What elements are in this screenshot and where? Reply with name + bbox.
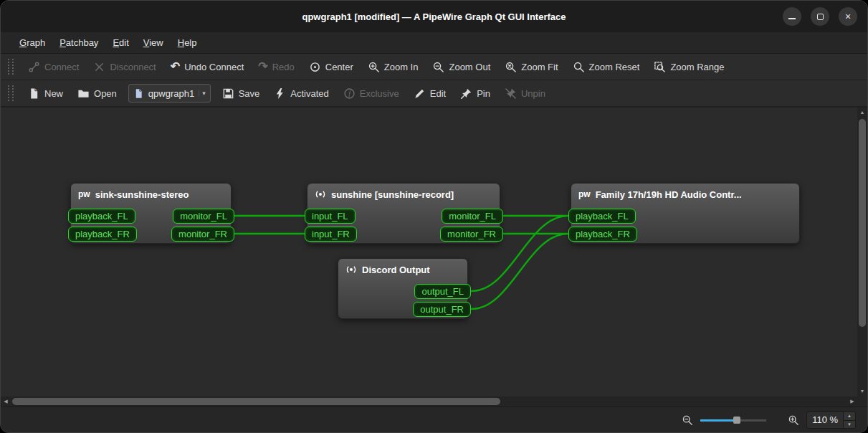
audio-device-icon — [315, 189, 326, 200]
pin-button[interactable]: Pin — [454, 85, 496, 103]
save-label: Save — [239, 88, 260, 99]
node-header: sunshine [sunshine-record] — [307, 184, 500, 205]
zoom-reset-label: Zoom Reset — [589, 62, 640, 72]
disconnect-button[interactable]: Disconnect — [87, 58, 161, 76]
node-title: Discord Output — [362, 265, 430, 275]
zoom-in-button[interactable]: Zoom In — [362, 58, 424, 76]
close-button[interactable]: × — [839, 7, 857, 26]
node-sink-sunshine-stereo[interactable]: pw sink-sunshine-stereo playback_FL moni… — [70, 183, 232, 244]
profile-file-icon — [133, 88, 144, 99]
audio-device-icon — [345, 264, 357, 275]
zoom-spinbox[interactable]: 110 % ▲ ▼ — [806, 411, 856, 429]
maximize-icon — [817, 14, 824, 20]
activated-toggle[interactable]: Activated — [268, 85, 334, 103]
port-out[interactable]: output_FR — [413, 302, 471, 317]
new-file-icon — [28, 87, 40, 100]
undo-connect-button[interactable]: ↶ Undo Connect — [165, 58, 250, 75]
port-in[interactable]: playback_FL — [68, 209, 135, 224]
port-in[interactable]: playback_FR — [68, 227, 137, 242]
exclusive-toggle[interactable]: f Exclusive — [338, 85, 405, 103]
undo-icon: ↶ — [171, 61, 180, 72]
menu-view[interactable]: View — [136, 32, 171, 53]
zoom-range-button[interactable]: Zoom Range — [648, 58, 730, 76]
minimize-icon — [788, 18, 796, 19]
window-title: qpwgraph1 [modified] — A PipeWire Graph … — [302, 11, 566, 22]
port-out[interactable]: monitor_FL — [442, 209, 503, 224]
spin-down-icon[interactable]: ▼ — [844, 421, 855, 429]
zoom-slider-fill — [700, 419, 737, 422]
menu-edit[interactable]: Edit — [105, 32, 135, 53]
horizontal-scrollbar-thumb[interactable] — [12, 398, 500, 405]
app-window: qpwgraph1 [modified] — A PipeWire Graph … — [0, 0, 868, 433]
zoom-fit-button[interactable]: Zoom Fit — [499, 58, 563, 76]
edit-button[interactable]: Edit — [408, 85, 452, 103]
port-in[interactable]: input_FR — [305, 227, 357, 242]
scroll-left-icon[interactable]: ◀ — [1, 396, 11, 406]
port-row: input_FR monitor_FR — [307, 225, 500, 243]
horizontal-scrollbar[interactable]: ◀ ▶ — [1, 396, 857, 406]
pin-label: Pin — [477, 88, 490, 99]
pin-icon — [460, 87, 472, 100]
port-out[interactable]: monitor_FR — [440, 227, 503, 242]
disconnect-icon — [93, 61, 105, 73]
open-button[interactable]: Open — [72, 85, 123, 103]
node-title: sunshine [sunshine-record] — [331, 189, 454, 200]
patchbay-profile-combo[interactable]: qpwgraph1 ▾ — [128, 84, 211, 103]
scroll-right-icon[interactable]: ▶ — [847, 396, 857, 406]
port-row: playback_FL — [571, 207, 799, 225]
node-family-hd-audio[interactable]: pw Family 17h/19h HD Audio Contr... play… — [571, 183, 800, 244]
exclusive-label: Exclusive — [360, 88, 399, 99]
disconnect-label: Disconnect — [110, 62, 156, 72]
unpin-button[interactable]: Unpin — [499, 85, 551, 103]
toolbar-drag-handle[interactable] — [8, 59, 14, 75]
node-header: pw Family 17h/19h HD Audio Contr... — [571, 184, 799, 205]
new-button[interactable]: New — [22, 85, 69, 103]
graph-canvas[interactable]: pw sink-sunshine-stereo playback_FL moni… — [1, 107, 867, 406]
connect-button[interactable]: Connect — [22, 58, 85, 76]
port-row: playback_FL monitor_FL — [71, 207, 231, 225]
toolbar-drag-handle[interactable] — [8, 85, 14, 101]
scroll-up-icon[interactable]: ▲ — [857, 108, 867, 118]
port-out[interactable]: monitor_FR — [171, 227, 234, 242]
zoom-out-small-icon[interactable] — [682, 414, 693, 426]
port-out[interactable]: output_FL — [414, 284, 471, 299]
connection-wire[interactable] — [472, 234, 568, 309]
zoom-out-label: Zoom Out — [449, 62, 490, 72]
connection-wires — [1, 108, 867, 406]
center-button[interactable]: Center — [303, 58, 359, 76]
svg-text:f: f — [348, 90, 351, 97]
vertical-scrollbar-thumb[interactable] — [859, 119, 866, 327]
minimize-button[interactable] — [783, 7, 801, 26]
menu-graph[interactable]: Graph — [12, 32, 52, 53]
port-row: playback_FR monitor_FR — [71, 225, 231, 243]
zoom-range-label: Zoom Range — [670, 62, 724, 72]
redo-button[interactable]: ↷ Redo — [252, 58, 300, 75]
zoom-reset-icon — [573, 61, 585, 73]
scroll-down-icon[interactable]: ▼ — [857, 386, 867, 396]
vertical-scrollbar[interactable]: ▲ ▼ — [857, 108, 867, 396]
port-out[interactable]: monitor_FL — [173, 209, 234, 224]
save-icon — [222, 87, 234, 100]
zoom-value[interactable]: 110 % — [807, 412, 843, 428]
menu-patchbay[interactable]: Patchbay — [52, 32, 105, 53]
spin-up-icon[interactable]: ▲ — [844, 412, 855, 421]
zoom-in-small-icon[interactable] — [788, 414, 799, 426]
zoom-reset-button[interactable]: Zoom Reset — [567, 58, 646, 76]
menu-help[interactable]: Help — [171, 32, 204, 53]
port-in[interactable]: input_FL — [305, 209, 356, 224]
port-in[interactable]: playback_FL — [568, 209, 636, 224]
profile-name: qpwgraph1 — [148, 88, 194, 99]
maximize-button[interactable] — [811, 7, 829, 26]
save-button[interactable]: Save — [216, 85, 266, 103]
patchbay-toolbar: New Open qpwgraph1 ▾ Save Activated f Ex… — [1, 80, 867, 107]
node-sunshine-record[interactable]: sunshine [sunshine-record] input_FL moni… — [307, 183, 500, 244]
zoom-slider[interactable] — [700, 415, 766, 425]
lightning-icon — [274, 87, 286, 100]
undo-label: Undo Connect — [184, 62, 244, 72]
pipewire-icon: pw — [78, 190, 90, 199]
port-in[interactable]: playback_FR — [568, 227, 637, 242]
zoom-slider-handle[interactable] — [733, 417, 740, 424]
pipewire-icon: pw — [578, 190, 591, 199]
node-discord-output[interactable]: Discord Output output_FL output_FR — [338, 258, 468, 319]
zoom-out-button[interactable]: Zoom Out — [426, 58, 496, 76]
